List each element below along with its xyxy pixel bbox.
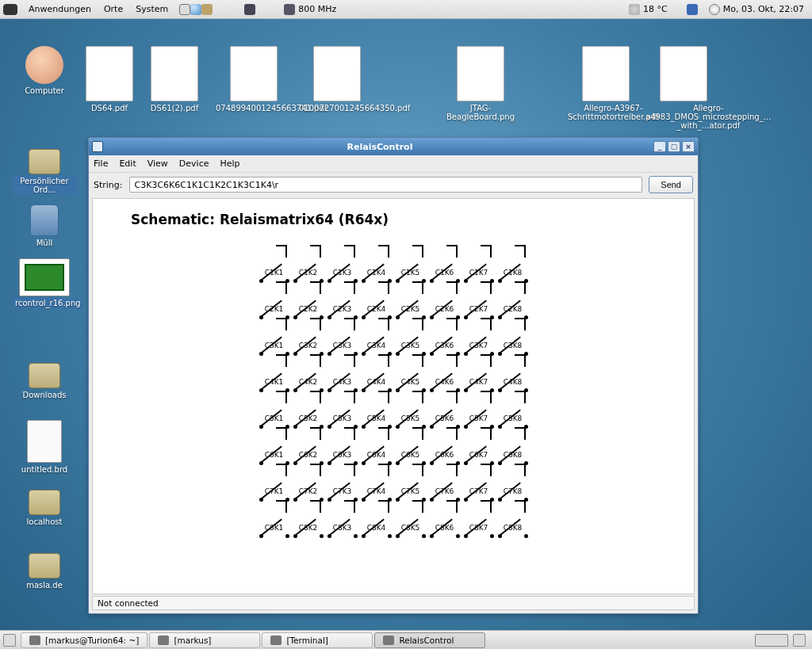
thumbnail	[313, 46, 361, 101]
output-lead	[285, 465, 287, 476]
relay-label: C3K8	[496, 342, 530, 349]
relay-C8K7[interactable]: C8K7	[462, 505, 496, 541]
relay-label: C7K1	[257, 487, 291, 495]
task-icon	[270, 636, 282, 645]
minimize-button[interactable]: _	[653, 141, 666, 152]
menu-file[interactable]: File	[94, 158, 108, 169]
relay-label: C1K4	[359, 269, 393, 277]
menubar: File Edit View Device Help	[89, 155, 698, 173]
relay-label: C1K1	[257, 269, 291, 277]
relay-C8K5[interactable]: C8K5	[393, 505, 427, 541]
task-button-0[interactable]: [markus@Turion64: ~]	[21, 632, 147, 648]
network-icon[interactable]	[687, 4, 698, 15]
launcher-icon-1[interactable]	[179, 4, 190, 15]
relay-label: C5K4	[359, 414, 393, 422]
relay-C8K3[interactable]: C8K3	[325, 505, 359, 541]
titlebar[interactable]: RelaisControl _ ▢ ×	[89, 138, 698, 155]
desktop-icon-downloads[interactable]: Downloads	[13, 352, 76, 400]
output-lead	[388, 502, 389, 513]
tray-icon-calc[interactable]	[244, 4, 255, 15]
icon-label: Persönlicher Ord…	[13, 176, 76, 195]
trash-applet[interactable]	[793, 634, 806, 647]
relay-label: C6K8	[496, 451, 530, 459]
weather-applet[interactable]: 18 °C	[624, 4, 672, 15]
menu-view[interactable]: View	[147, 158, 168, 169]
launcher-icon-3[interactable]	[201, 4, 213, 15]
relay-label: C8K2	[291, 524, 325, 532]
menu-edit[interactable]: Edit	[119, 158, 136, 169]
desktop-icon-allegro1[interactable]: Allegro-A3967-Schrittmotortreiber.pdf	[566, 46, 645, 122]
desktop-icon-allegro2[interactable]: Allegro-a4983_DMOS_microstepping_…_with_…	[644, 46, 723, 131]
maximize-button[interactable]: ▢	[668, 141, 680, 152]
thumbnail	[151, 46, 198, 101]
launcher-icon-2[interactable]	[190, 4, 201, 15]
output-lead	[456, 246, 458, 258]
output-lead	[320, 429, 321, 440]
icon-label: Downloads	[21, 390, 68, 400]
desktop-icon-localhost[interactable]: localhost	[13, 479, 76, 527]
output-lead	[422, 319, 423, 330]
string-input[interactable]	[129, 177, 643, 193]
output-lead	[456, 319, 458, 330]
desktop-icon-pdf1[interactable]: 0748994001245663741.pdf	[214, 46, 293, 113]
desktop-icon-trash[interactable]: Müll	[13, 197, 76, 248]
close-button[interactable]: ×	[682, 141, 695, 152]
menu-device[interactable]: Device	[179, 158, 209, 169]
task-icon	[383, 636, 394, 645]
relay-matrix: C1K1C1K2C1K3C1K4C1K5C1K6C1K7C1K8C2K1C2K2…	[257, 250, 530, 541]
output-lead	[524, 465, 526, 476]
relay-C8K6[interactable]: C8K6	[427, 505, 462, 541]
desktop-icon-jtag[interactable]: JTAG-BeagleBoard.png	[441, 46, 520, 122]
output-lead	[422, 246, 423, 258]
desktop-icon-home[interactable]: Persönlicher Ord…	[13, 138, 76, 195]
menu-system[interactable]: System	[129, 4, 174, 14]
send-button[interactable]: Send	[649, 176, 693, 193]
output-lead	[422, 356, 423, 367]
desktop-icon-ds64[interactable]: DS64.pdf	[78, 46, 141, 113]
output-lead	[524, 502, 526, 513]
thumbnail	[86, 46, 133, 101]
relay-label: C7K7	[462, 487, 496, 495]
desktop-icon-masla[interactable]: masla.de	[13, 542, 76, 590]
output-lead	[354, 465, 355, 476]
menu-places[interactable]: Orte	[98, 4, 129, 14]
menu-applications[interactable]: Anwendungen	[22, 4, 98, 14]
thumbnail	[582, 46, 630, 101]
output-lead	[388, 319, 389, 330]
gnome-foot-icon[interactable]	[3, 4, 17, 15]
relay-label: C4K1	[257, 378, 291, 386]
output-lead	[490, 246, 492, 258]
menu-help[interactable]: Help	[220, 158, 239, 169]
output-lead	[490, 319, 492, 330]
relay-label: C6K4	[359, 451, 393, 459]
show-desktop-icon[interactable]	[3, 634, 16, 647]
thumbnail	[27, 420, 62, 463]
relay-C8K2[interactable]: C8K2	[291, 505, 325, 541]
relay-C8K1[interactable]: C8K1	[257, 505, 291, 541]
relay-C8K8[interactable]: C8K8	[496, 505, 530, 541]
output-lead	[456, 283, 458, 294]
task-button-1[interactable]: [markus]	[149, 632, 260, 648]
output-lead	[422, 465, 423, 476]
output-lead	[285, 392, 287, 403]
relay-label: C8K4	[359, 524, 393, 532]
thumbnail	[29, 363, 60, 388]
desktop-icon-computer[interactable]: Computer	[13, 46, 76, 96]
task-button-3[interactable]: RelaisControl	[374, 632, 485, 648]
relay-C8K4[interactable]: C8K4	[359, 505, 393, 541]
cpu-freq[interactable]: 800 MHz	[279, 4, 341, 15]
task-button-2[interactable]: [Terminal]	[262, 632, 373, 648]
output-lead	[456, 392, 458, 403]
desktop-icon-ds61[interactable]: DS61(2).pdf	[143, 46, 206, 113]
thumbnail	[19, 258, 70, 296]
relay-label: C3K7	[462, 342, 496, 349]
output-lead	[388, 356, 389, 367]
task-icon	[29, 636, 40, 645]
relay-label: C2K2	[291, 305, 325, 313]
desktop-icon-untitled[interactable]: untitled.brd	[13, 415, 76, 475]
relay-label: C7K3	[325, 487, 359, 495]
desktop-icon-pdf2[interactable]: 0100727001245664350.pdf	[297, 46, 377, 113]
clock[interactable]: Mo, 03. Okt, 22:07	[704, 4, 809, 15]
desktop-icon-rcontrol[interactable]: rcontrol_r16.png	[13, 252, 76, 308]
workspace-switcher[interactable]	[755, 634, 788, 647]
